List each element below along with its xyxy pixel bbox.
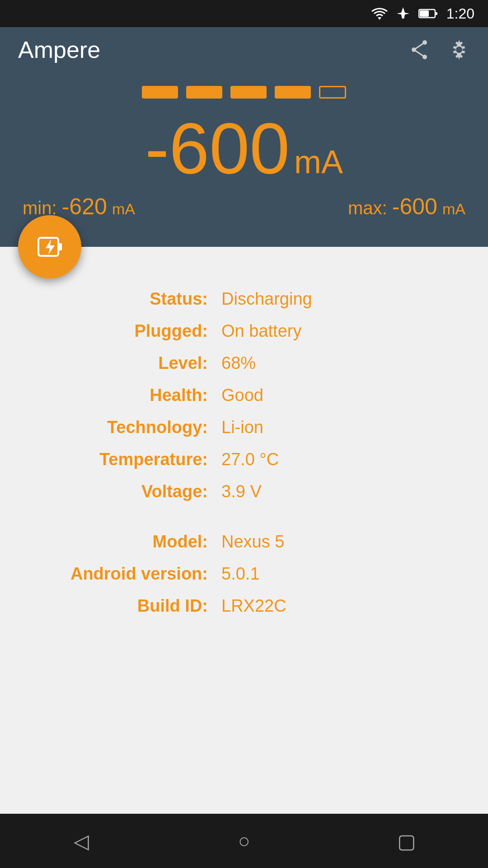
battery-fab[interactable] <box>18 215 81 278</box>
model-row: Model: Nexus 5 <box>27 526 461 558</box>
battery-info-table: Status: Discharging Plugged: On battery … <box>27 283 461 622</box>
svg-rect-3 <box>420 10 429 17</box>
svg-marker-0 <box>378 17 381 20</box>
svg-marker-12 <box>46 239 55 255</box>
plugged-value: On battery <box>217 321 301 341</box>
battery-segments <box>142 86 346 99</box>
temperature-row: Temperature: 27.0 °C <box>27 443 461 476</box>
current-unit: mA <box>294 143 343 180</box>
recents-button[interactable]: ▢ <box>389 823 425 859</box>
technology-value: Li-ion <box>217 418 263 437</box>
build-row: Build ID: LRX22C <box>27 590 461 622</box>
status-label: Status: <box>27 289 217 309</box>
min-reading: min: -620 mA <box>23 193 135 220</box>
svg-point-9 <box>456 47 462 53</box>
segment-2 <box>186 86 222 99</box>
status-row: Status: Discharging <box>27 283 461 315</box>
bottom-nav: ◁ ○ ▢ <box>0 814 488 868</box>
info-section: Status: Discharging Plugged: On battery … <box>0 274 488 814</box>
status-icons: 1:20 <box>371 5 474 22</box>
current-value: -600 <box>145 112 290 184</box>
home-button[interactable]: ○ <box>226 823 262 859</box>
svg-line-8 <box>414 50 425 57</box>
svg-line-7 <box>414 42 425 50</box>
android-row: Android version: 5.0.1 <box>27 558 461 590</box>
status-value: Discharging <box>217 289 312 309</box>
max-unit: mA <box>442 200 465 217</box>
min-unit: mA <box>112 200 135 217</box>
svg-rect-11 <box>58 243 62 250</box>
spacer <box>27 508 461 526</box>
temperature-value: 27.0 °C <box>217 450 279 469</box>
app-bar-actions <box>408 39 470 61</box>
technology-label: Technology: <box>27 418 217 437</box>
health-label: Health: <box>27 386 217 405</box>
voltage-row: Voltage: 3.9 V <box>27 476 461 508</box>
level-label: Level: <box>27 354 217 373</box>
plugged-label: Plugged: <box>27 321 217 341</box>
health-value: Good <box>217 386 263 405</box>
main-reading: -600 mA <box>145 112 343 184</box>
max-value: -600 <box>392 194 437 219</box>
temperature-label: Temperature: <box>27 450 217 469</box>
voltage-label: Voltage: <box>27 482 217 501</box>
settings-icon[interactable] <box>448 39 470 61</box>
segment-3 <box>230 86 267 99</box>
model-label: Model: <box>27 532 217 552</box>
level-value: 68% <box>217 354 256 373</box>
level-row: Level: 68% <box>27 347 461 379</box>
header-section: -600 mA min: -620 mA max: -600 mA <box>0 72 488 247</box>
max-label: max: <box>348 198 387 218</box>
min-value: -620 <box>62 194 107 219</box>
back-button[interactable]: ◁ <box>63 823 99 859</box>
share-icon[interactable] <box>408 39 430 61</box>
airplane-icon <box>396 6 410 21</box>
model-value: Nexus 5 <box>217 532 284 552</box>
wifi-icon <box>371 7 388 20</box>
segment-5 <box>319 86 346 99</box>
max-reading: max: -600 mA <box>348 193 465 220</box>
technology-row: Technology: Li-ion <box>27 411 461 443</box>
segment-1 <box>142 86 178 99</box>
battery-status-icon <box>418 8 438 19</box>
health-row: Health: Good <box>27 379 461 411</box>
segment-4 <box>275 86 311 99</box>
build-label: Build ID: <box>27 596 217 616</box>
build-value: LRX22C <box>217 596 286 616</box>
status-time: 1:20 <box>446 5 474 22</box>
battery-charging-icon <box>34 231 66 263</box>
plugged-row: Plugged: On battery <box>27 315 461 347</box>
fab-container <box>0 247 488 274</box>
app-bar: Ampere <box>0 27 488 72</box>
app-title: Ampere <box>18 36 100 63</box>
svg-rect-2 <box>435 12 437 15</box>
min-max-row: min: -620 mA max: -600 mA <box>18 184 470 220</box>
android-label: Android version: <box>27 564 217 584</box>
android-value: 5.0.1 <box>217 564 260 584</box>
voltage-value: 3.9 V <box>217 482 262 501</box>
status-bar: 1:20 <box>0 0 488 27</box>
